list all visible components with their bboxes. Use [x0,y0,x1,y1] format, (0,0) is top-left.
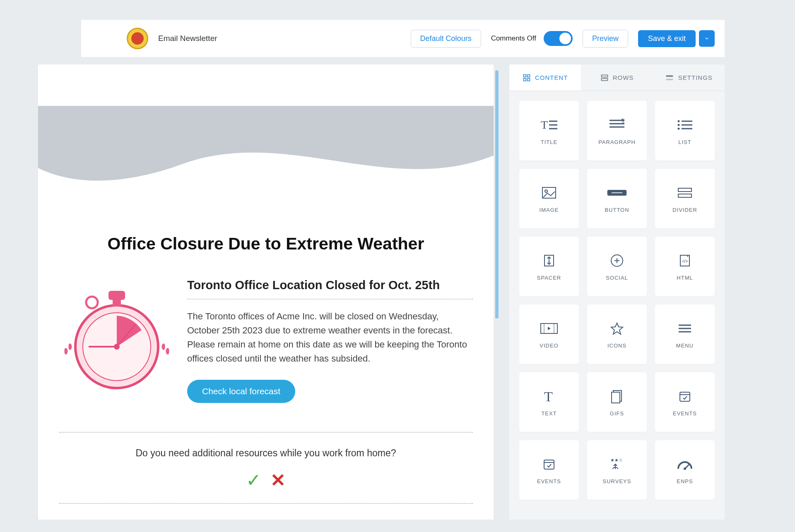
block-spacer[interactable]: SPACER [519,237,579,296]
svg-rect-18 [666,79,673,80]
stopwatch-icon [63,278,171,394]
block-image[interactable]: IMAGE [519,169,579,228]
svg-point-27 [678,120,680,122]
tab-content[interactable]: CONTENT [509,65,581,91]
poll-no-icon[interactable]: ✕ [270,470,286,491]
block-events-alt[interactable]: EVENTS [519,440,579,500]
panel-tabs: CONTENT ROWS SETTINGS [509,65,725,91]
tile-label: ICONS [607,343,626,349]
comments-off-label: Comments Off [491,34,536,43]
block-video[interactable]: VIDEO [519,304,579,364]
poll-yes-icon[interactable]: ✓ [246,470,261,491]
svg-rect-53 [612,392,620,403]
surveys-icon: ★★☆ [607,456,627,472]
svg-point-31 [678,127,680,129]
svg-text:T: T [541,118,548,131]
block-events[interactable]: EVENTS [655,372,715,432]
tile-label: SPACER [537,275,561,281]
svg-rect-13 [523,78,526,81]
tab-label: CONTENT [535,74,568,81]
image-icon [539,185,559,201]
email-body-main: Toronto Office Location Closed for Oct. … [187,278,473,403]
calendar-icon [539,456,559,472]
app-logo-icon [127,28,148,49]
tile-label: BUTTON [605,207,629,213]
divider [59,432,473,433]
svg-point-34 [545,190,547,192]
star-icon [607,320,627,337]
settings-icon [665,74,674,82]
block-list[interactable]: LIST [655,101,715,161]
tile-label: LIST [678,139,691,145]
block-paragraph[interactable]: ¶ PARAGRAPH [587,101,647,161]
block-text[interactable]: T TEXT [519,372,579,432]
svg-rect-12 [528,74,530,77]
svg-rect-37 [678,188,691,192]
stopwatch-illustration [59,278,175,403]
grid-icon [523,74,531,82]
default-colours-button[interactable]: Default Colours [411,30,481,48]
block-social[interactable]: SOCIAL [587,237,647,296]
block-enps[interactable]: ENPS [655,440,715,500]
list-icon [675,117,695,133]
tile-label: EVENTS [537,478,561,484]
content-blocks-grid: T TITLE ¶ PARAGRAPH LIST IMAGE BUTTON DI… [509,91,725,510]
chevron-down-icon [704,36,710,41]
block-icons[interactable]: ICONS [587,304,647,364]
tile-label: GIFS [610,410,624,417]
tab-rows[interactable]: ROWS [581,65,653,91]
email-body-row: Toronto Office Location Closed for Oct. … [38,254,494,419]
svg-rect-54 [680,392,690,401]
rows-icon [600,74,609,82]
save-exit-dropdown[interactable] [699,30,715,47]
calendar-icon [675,388,695,405]
svg-point-29 [678,124,680,126]
comments-toggle[interactable] [544,31,573,46]
email-canvas[interactable]: ACME INC. Office Closure Due to Extreme … [38,65,494,520]
tile-label: MENU [676,343,694,349]
block-gifs[interactable]: GIFS [587,372,647,432]
tile-label: DIVIDER [672,207,697,213]
tile-label: TEXT [541,410,556,417]
gifs-icon [607,388,627,405]
app-header: Email Newsletter Default Colours Comment… [81,20,725,58]
block-button[interactable]: BUTTON [587,169,647,228]
svg-text:T: T [544,389,553,404]
block-menu[interactable]: MENU [655,304,715,364]
svg-rect-15 [601,75,607,77]
email-subheadline: Toronto Office Location Closed for Oct. … [187,278,473,292]
svg-line-60 [685,465,689,469]
poll-question: Do you need additional resources while y… [38,448,494,459]
svg-rect-5 [108,291,125,300]
document-title: Email Newsletter [158,34,217,43]
video-icon [539,320,559,337]
block-divider[interactable]: DIVIDER [655,169,715,228]
block-html[interactable]: </> HTML [655,237,715,296]
svg-text:★★☆: ★★☆ [610,458,623,463]
svg-rect-16 [601,78,607,80]
menu-icon [675,320,695,337]
canvas-scrollbar[interactable] [495,70,499,319]
svg-rect-17 [666,75,673,77]
tile-label: PARAGRAPH [598,139,636,145]
divider [187,299,473,300]
preview-button[interactable]: Preview [583,30,628,48]
check-forecast-button[interactable]: Check local forecast [187,380,295,403]
svg-rect-11 [523,74,526,77]
tile-label: TITLE [541,139,557,145]
divider [59,503,473,504]
email-body-text: The Toronto offices of Acme Inc. will be… [187,309,473,366]
editor-panel: CONTENT ROWS SETTINGS T TITLE ¶ PARAGRAP… [509,65,725,520]
svg-text:¶: ¶ [621,118,625,125]
block-title[interactable]: T TITLE [519,101,579,161]
tab-settings[interactable]: SETTINGS [653,65,725,91]
svg-rect-6 [113,299,121,307]
tile-label: SURVEYS [603,478,631,484]
text-icon: T [539,388,559,405]
tile-label: IMAGE [540,207,559,213]
tile-label: ENPS [677,478,693,484]
save-exit-button[interactable]: Save & exit [638,30,696,47]
email-hero-wave: ACME INC. [38,106,494,209]
block-surveys[interactable]: ★★☆ SURVEYS [587,440,647,500]
tab-label: ROWS [613,74,634,81]
